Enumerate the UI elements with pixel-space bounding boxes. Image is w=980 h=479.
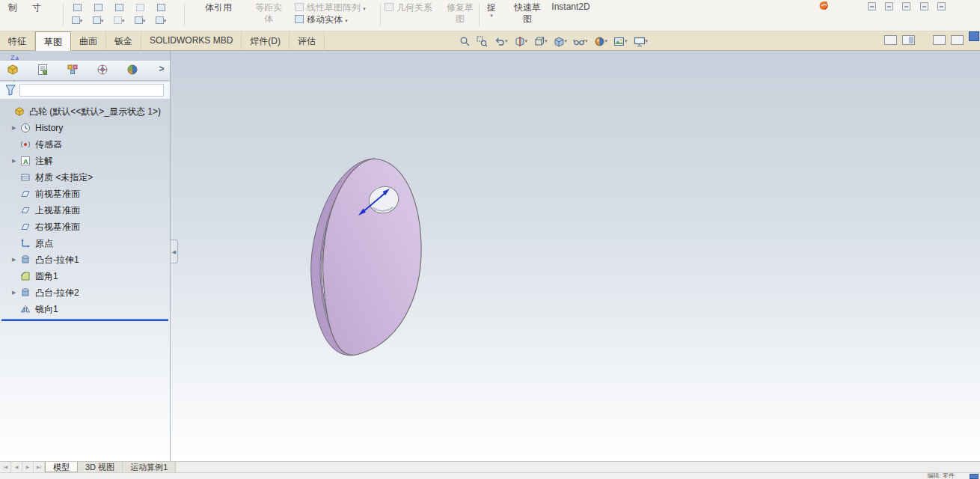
sketch-tool-icon[interactable] [153, 1, 169, 13]
tree-item-top-plane[interactable]: 上视基准面 [0, 202, 170, 219]
offset-entities-button[interactable]: 等距实 体 [251, 0, 286, 30]
tree-item-history[interactable]: ▶ History [0, 120, 170, 136]
tab-3d-views[interactable]: 3D 视图 [78, 462, 123, 472]
ribbon-button-partial-1[interactable]: 制 [1, 0, 24, 30]
tab-sheet-metal[interactable]: 钣金 [106, 31, 141, 51]
section-view-icon[interactable]: ▾ [512, 35, 530, 48]
apply-scene-icon[interactable]: ▾ [612, 35, 629, 48]
origin-icon [20, 238, 32, 248]
material-icon [20, 172, 32, 183]
tab-scroll-last-icon[interactable]: ▶| [34, 462, 45, 472]
propertymanager-icon[interactable] [34, 64, 51, 79]
hide-show-items-icon[interactable]: ▾ [572, 35, 589, 48]
displaymanager-icon[interactable] [124, 64, 141, 79]
ribbon-separator [184, 3, 185, 26]
zoom-fit-icon[interactable] [458, 35, 472, 48]
svg-text:A: A [23, 158, 28, 165]
expand-arrow-icon[interactable]: ▶ [12, 125, 20, 131]
tab-motion-study[interactable]: 运动算例1 [123, 462, 176, 472]
expand-arrow-icon[interactable]: ▶ [12, 158, 20, 164]
tree-item-origin[interactable]: 原点 [0, 235, 170, 251]
titlebar-icon[interactable] [937, 2, 946, 10]
tab-scroll-prev-icon[interactable]: ◀ [11, 462, 22, 472]
status-corner-icon[interactable] [970, 474, 979, 479]
commandmanager-tabs: 特征 草图 曲面 钣金 SOLIDWORKS MBD 焊件(D) 评估 [0, 31, 325, 51]
ribbon-button-partial-2[interactable]: 寸 [25, 0, 48, 30]
command-tab-row: 特征 草图 曲面 钣金 SOLIDWORKS MBD 焊件(D) 评估 ▾ ▾ … [0, 31, 980, 51]
tree-item-fillet1[interactable]: 圆角1 [0, 268, 170, 284]
tree-item-front-plane[interactable]: 前视基准面 [0, 186, 170, 202]
filter-icon[interactable] [5, 85, 16, 98]
view-orientation-icon[interactable]: ▾ [532, 35, 549, 48]
move-entities-button[interactable]: 移动实体 ▾ [295, 13, 383, 23]
status-bar: 编辑: 零件 [0, 472, 980, 479]
rapid-sketch-button[interactable]: 快速草 图 [510, 0, 545, 30]
expand-arrow-icon[interactable]: ▶ [12, 290, 20, 296]
plane-icon [20, 189, 32, 199]
linear-sketch-pattern-button[interactable]: 线性草图阵列 ▾ [295, 1, 383, 11]
tab-weldments[interactable]: 焊件(D) [242, 31, 290, 51]
configurationmanager-icon[interactable] [64, 64, 81, 79]
sketch-tool-dropdown[interactable]: ▾ [132, 14, 148, 25]
ribbon-separator [63, 3, 64, 26]
repair-sketch-button[interactable]: 修复草 图 [444, 0, 476, 30]
sketch-tool-icon[interactable] [90, 1, 106, 13]
titlebar-icon[interactable] [885, 2, 893, 10]
plane-icon [20, 205, 32, 216]
display-relations-button[interactable]: 几何关系 [385, 1, 444, 11]
edit-mode-status: 编辑: 零件 [928, 473, 955, 479]
previous-view-icon[interactable]: ▾ [492, 35, 509, 48]
rollback-bar[interactable] [1, 319, 168, 321]
sketch-tool-icon[interactable] [111, 1, 127, 13]
tab-scroll-next-icon[interactable]: ▶ [22, 462, 34, 472]
tree-item-right-plane[interactable]: 右视基准面 [0, 219, 170, 235]
tree-item-boss-extrude2[interactable]: ▶ 凸台-拉伸2 [0, 284, 170, 301]
sketch-tool-dropdown[interactable]: ▾ [69, 14, 85, 25]
display-style-icon[interactable]: ▾ [552, 35, 569, 48]
convert-entities-button[interactable]: 体引用 [189, 0, 248, 30]
sketch-tool-dropdown[interactable]: ▾ [153, 14, 169, 25]
tab-sketch[interactable]: 草图 [35, 31, 71, 51]
tab-scroll-first-icon[interactable]: |◀ [0, 462, 11, 472]
tree-filter-row [0, 82, 170, 100]
titlebar-icon[interactable] [902, 2, 910, 10]
titlebar-icon[interactable] [868, 2, 876, 10]
expand-arrow-icon[interactable]: ▶ [12, 257, 20, 263]
titlebar-icon[interactable] [920, 2, 928, 10]
featuremanager-tree-icon[interactable] [4, 64, 21, 79]
edit-appearance-icon[interactable]: ▾ [592, 35, 610, 48]
quick-snaps-button[interactable]: 捉 ▾ [483, 0, 500, 30]
tab-model[interactable]: 模型 [45, 462, 78, 472]
flyout-expand-icon[interactable]: > [156, 64, 167, 79]
view-settings-icon[interactable]: ▾ [632, 35, 650, 48]
plane-icon [20, 222, 32, 232]
corner-blue-button[interactable] [969, 31, 979, 41]
sketch-tool-dropdown[interactable]: ▾ [90, 14, 106, 25]
instant2d-button[interactable]: Instant2D [546, 0, 595, 30]
window-restore-icon[interactable] [951, 35, 964, 45]
part-icon [14, 106, 26, 117]
tab-features[interactable]: 特征 [0, 31, 35, 51]
display-pane-toggle-icon[interactable] [884, 35, 897, 45]
tab-surfaces[interactable]: 曲面 [71, 31, 106, 51]
tree-item-material[interactable]: 材质 <未指定> [0, 169, 170, 186]
zoom-area-icon[interactable] [475, 35, 489, 48]
collapse-ribbon-icon[interactable] [933, 35, 946, 45]
tab-solidworks-mbd[interactable]: SOLIDWORKS MBD [141, 31, 242, 51]
sketch-tool-icon[interactable] [69, 1, 85, 13]
tab-evaluate[interactable]: 评估 [290, 31, 325, 51]
split-pane-toggle-icon[interactable] [902, 35, 915, 45]
sketch-tool-icon[interactable] [132, 1, 148, 13]
tree-filter-input[interactable] [19, 84, 164, 97]
tree-item-part[interactable]: 凸轮 (默认<<默认>_显示状态 1>) [0, 103, 170, 120]
tree-item-annotations[interactable]: ▶ A 注解 [0, 153, 170, 169]
tree-item-mirror1[interactable]: 镜向1 [0, 301, 170, 317]
titlebar-icon-group [861, 1, 946, 11]
ribbon-separator [479, 3, 480, 26]
dimxpertmanager-icon[interactable] [94, 64, 111, 79]
tree-item-boss-extrude1[interactable]: ▶ 凸台-拉伸1 [0, 251, 170, 268]
annotations-icon: A [20, 156, 32, 166]
sketch-tool-dropdown[interactable]: ▾ [111, 14, 127, 25]
panel-collapse-handle[interactable]: ◀ [171, 240, 178, 263]
tree-item-sensors[interactable]: 传感器 [0, 136, 170, 153]
